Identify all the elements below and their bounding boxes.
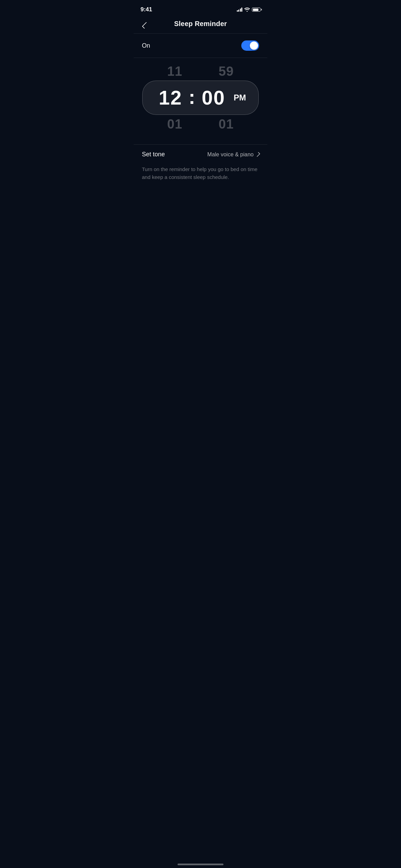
time-above-hour: 11	[159, 65, 190, 78]
toggle-knob	[250, 41, 258, 50]
page-title: Sleep Reminder	[174, 20, 227, 28]
chevron-right-icon	[255, 152, 260, 157]
set-tone-value-row[interactable]: Male voice & piano	[207, 152, 259, 158]
time-ampm: PM	[234, 94, 246, 102]
toggle-label: On	[142, 42, 150, 49]
signal-icon	[237, 8, 243, 12]
signal-bar-4	[241, 8, 242, 12]
status-bar: 9:41	[134, 0, 267, 17]
time-hour: 12	[155, 88, 186, 108]
time-picker[interactable]: 11 59 12 : 00 PM 01 01	[134, 58, 267, 144]
signal-bar-1	[237, 10, 238, 12]
set-tone-label: Set tone	[142, 151, 165, 158]
set-tone-row[interactable]: Set tone Male voice & piano	[134, 145, 267, 164]
time-below-minute: 01	[211, 118, 242, 131]
status-icons	[237, 8, 261, 12]
status-time: 9:41	[141, 6, 152, 13]
time-selected-row[interactable]: 12 : 00 PM	[142, 81, 259, 115]
on-off-toggle[interactable]	[241, 40, 259, 51]
time-colon: :	[186, 87, 198, 107]
back-button[interactable]	[139, 19, 151, 32]
back-chevron-icon	[142, 22, 149, 29]
time-minute: 00	[198, 88, 229, 108]
toggle-row: On	[134, 34, 267, 58]
time-below-row: 01 01	[142, 118, 259, 131]
time-above-row: 11 59	[142, 65, 259, 78]
wifi-icon	[244, 8, 250, 12]
time-below-hour: 01	[159, 118, 190, 131]
header: Sleep Reminder	[134, 17, 267, 33]
battery-icon	[252, 8, 260, 12]
battery-fill	[253, 9, 258, 11]
time-above-minute: 59	[211, 65, 242, 78]
description-text: Turn on the reminder to help you go to b…	[134, 164, 267, 188]
set-tone-current-value: Male voice & piano	[207, 152, 254, 158]
signal-bar-2	[238, 10, 239, 12]
signal-bar-3	[240, 9, 241, 12]
